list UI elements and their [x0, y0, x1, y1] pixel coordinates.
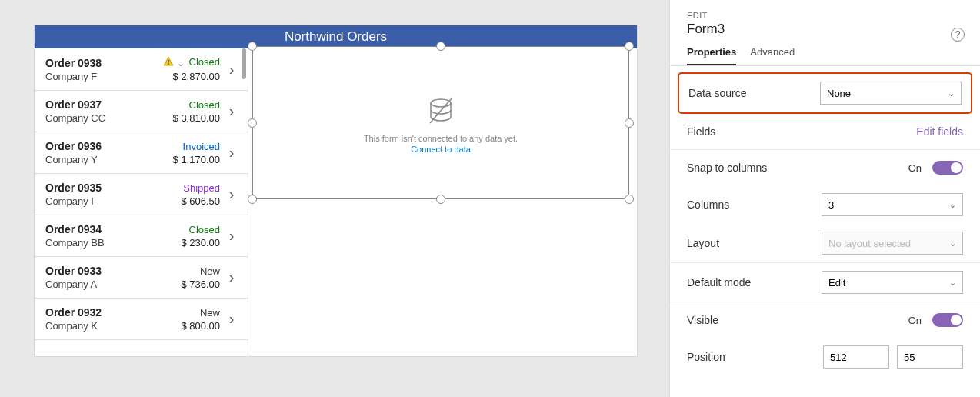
order-amount: $ 800.00 [155, 320, 220, 332]
order-status: ⌄Closed [155, 56, 220, 69]
order-id: Order 0933 [45, 265, 155, 277]
app-preview: Northwind Orders Order 0938Company F⌄Clo… [35, 25, 637, 356]
resize-handle[interactable] [248, 195, 257, 204]
order-amount: $ 3,810.00 [155, 112, 220, 124]
chevron-down-icon: ⌄ [949, 239, 956, 249]
position-y-input[interactable] [897, 345, 963, 369]
form3-control[interactable]: This form isn't connected to any data ye… [252, 46, 629, 199]
order-status: New [155, 307, 220, 319]
resize-handle[interactable] [625, 195, 634, 204]
visible-toggle[interactable] [932, 313, 963, 327]
chevron-down-icon: ⌄ [949, 278, 956, 288]
order-status: Closed [155, 224, 220, 235]
help-icon[interactable]: ? [951, 28, 965, 42]
list-item[interactable]: Order 0934Company BBClosed$ 230.00› [35, 215, 248, 257]
resize-handle[interactable] [248, 42, 257, 51]
properties-panel: EDIT Form3 ? Properties Advanced Data so… [669, 0, 980, 397]
tab-advanced[interactable]: Advanced [750, 46, 795, 65]
data-source-label: Data source [688, 87, 820, 99]
data-source-dropdown[interactable]: None ⌄ [820, 82, 962, 105]
resize-handle[interactable] [625, 42, 634, 51]
tab-properties[interactable]: Properties [687, 46, 736, 65]
chevron-right-icon[interactable]: › [225, 269, 238, 286]
chevron-right-icon[interactable]: › [225, 61, 238, 78]
scrollbar[interactable] [242, 48, 246, 79]
order-company: Company A [45, 279, 155, 290]
list-item[interactable]: Order 0933Company ANew$ 736.00› [35, 257, 248, 299]
fields-label: Fields [687, 125, 916, 138]
order-company: Company Y [45, 154, 155, 165]
resize-handle[interactable] [625, 118, 634, 128]
canvas-area: Northwind Orders Order 0938Company F⌄Clo… [0, 0, 669, 397]
empty-form-message: This form isn't connected to any data ye… [364, 134, 518, 143]
order-id: Order 0934 [45, 223, 155, 235]
chevron-down-icon: ⌄ [949, 200, 956, 210]
visible-value: On [908, 315, 922, 326]
list-item[interactable]: Order 0938Company F⌄Closed$ 2,870.00› [35, 48, 248, 91]
chevron-down-icon: ⌄ [948, 88, 955, 98]
order-id: Order 0932 [45, 306, 155, 319]
position-x-input[interactable] [823, 345, 889, 369]
default-mode-dropdown[interactable]: Edit ⌄ [822, 271, 963, 294]
snap-value: On [908, 162, 922, 174]
chevron-right-icon[interactable]: › [225, 310, 238, 328]
columns-dropdown[interactable]: 3 ⌄ [822, 193, 963, 216]
list-item[interactable]: Order 0932Company KNew$ 800.00› [35, 299, 248, 340]
order-amount: $ 736.00 [155, 279, 220, 290]
order-company: Company K [45, 320, 155, 332]
edit-label: EDIT [687, 11, 963, 20]
order-company: Company F [45, 71, 155, 82]
order-company: Company BB [45, 237, 155, 249]
chevron-right-icon[interactable]: › [225, 227, 238, 245]
edit-fields-link[interactable]: Edit fields [916, 125, 963, 138]
list-item[interactable]: Order 0937Company CCClosed$ 3,810.00› [35, 91, 248, 132]
chevron-right-icon[interactable]: › [225, 185, 238, 203]
connect-to-data-link[interactable]: Connect to data [411, 145, 471, 154]
svg-rect-1 [168, 63, 168, 64]
order-company: Company CC [45, 112, 155, 124]
order-amount: $ 230.00 [155, 237, 220, 249]
svg-rect-0 [168, 60, 168, 63]
chevron-right-icon[interactable]: › [225, 144, 238, 162]
chevron-right-icon[interactable]: › [225, 102, 238, 120]
position-label: Position [687, 351, 823, 363]
layout-dropdown[interactable]: No layout selected ⌄ [822, 232, 963, 255]
order-amount: $ 1,170.00 [155, 154, 220, 165]
default-mode-label: Default mode [687, 276, 822, 289]
control-name: Form3 [687, 22, 963, 37]
columns-label: Columns [687, 198, 822, 211]
app-title: Northwind Orders [35, 25, 637, 48]
order-amount: $ 2,870.00 [155, 71, 220, 82]
order-id: Order 0936 [45, 140, 155, 152]
layout-label: Layout [687, 237, 822, 249]
order-amount: $ 606.50 [155, 195, 220, 207]
resize-handle[interactable] [248, 118, 257, 128]
order-list: Order 0938Company F⌄Closed$ 2,870.00›Ord… [35, 48, 248, 356]
order-status: Closed [155, 99, 220, 111]
warning-icon [163, 56, 174, 69]
resize-handle[interactable] [436, 42, 445, 51]
order-status: New [155, 265, 220, 277]
snap-toggle[interactable] [932, 161, 963, 175]
visible-label: Visible [687, 314, 908, 326]
order-status: Invoiced [155, 141, 220, 152]
list-item[interactable]: Order 0936Company YInvoiced$ 1,170.00› [35, 132, 248, 174]
order-id: Order 0938 [45, 57, 155, 69]
snap-label: Snap to columns [687, 162, 908, 174]
database-icon [422, 92, 459, 129]
order-id: Order 0935 [45, 182, 155, 194]
list-item[interactable]: Order 0935Company IShipped$ 606.50› [35, 174, 248, 215]
resize-handle[interactable] [436, 195, 445, 204]
order-company: Company I [45, 195, 155, 207]
order-id: Order 0937 [45, 98, 155, 111]
form-pane: This form isn't connected to any data ye… [248, 48, 637, 356]
chevron-down-icon: ⌄ [177, 58, 185, 68]
order-status: Shipped [155, 182, 220, 194]
